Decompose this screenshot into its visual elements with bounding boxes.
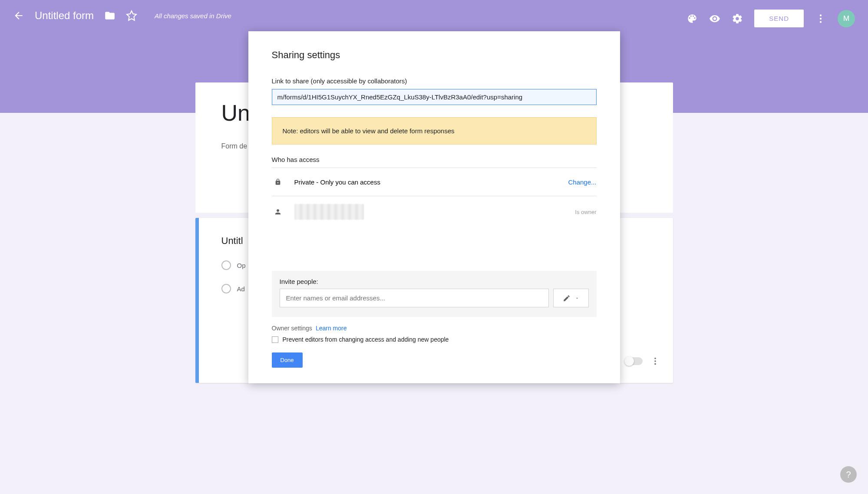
chevron-down-icon (575, 296, 579, 300)
pencil-icon (563, 294, 571, 302)
owner-settings-label: Owner settings (272, 325, 312, 332)
prevent-editors-row[interactable]: Prevent editors from changing access and… (272, 336, 597, 343)
owner-role: Is owner (575, 209, 596, 215)
access-row-owner: Is owner (272, 196, 597, 227)
permission-dropdown[interactable] (553, 289, 589, 307)
prevent-editors-label: Prevent editors from changing access and… (283, 336, 449, 343)
owner-settings-row: Owner settings Learn more (272, 325, 597, 332)
help-icon[interactable]: ? (840, 466, 857, 483)
who-has-access-label: Who has access (272, 156, 597, 163)
done-button[interactable]: Done (272, 352, 303, 368)
learn-more-link[interactable]: Learn more (316, 325, 347, 332)
invite-section: Invite people: (272, 271, 597, 317)
invite-input[interactable] (280, 289, 549, 307)
person-icon (272, 206, 284, 218)
link-share-label: Link to share (only accessible by collab… (272, 77, 597, 85)
lock-icon (272, 176, 284, 188)
invite-label: Invite people: (280, 278, 589, 285)
access-row-private: Private - Only you can access Change... (272, 168, 597, 196)
invite-row (280, 289, 589, 307)
note-box: Note: editors will be able to view and d… (272, 117, 597, 145)
change-link[interactable]: Change... (568, 178, 596, 186)
owner-name-redacted (294, 204, 364, 220)
dialog-title: Sharing settings (272, 49, 597, 61)
access-text: Private - Only you can access (294, 178, 558, 186)
dialog-backdrop: Sharing settings Link to share (only acc… (0, 0, 868, 494)
share-link-input[interactable] (272, 89, 597, 105)
prevent-editors-checkbox[interactable] (272, 336, 278, 343)
sharing-dialog: Sharing settings Link to share (only acc… (248, 31, 620, 383)
